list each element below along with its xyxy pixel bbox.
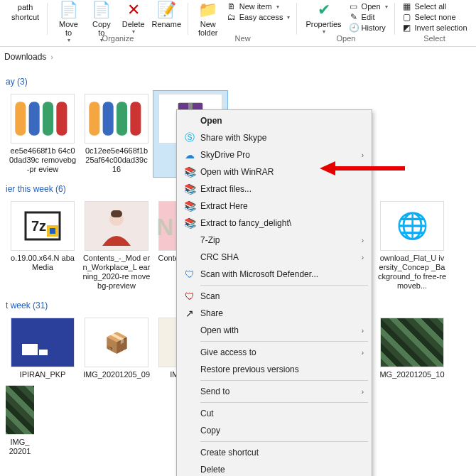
paste-shortcut-button[interactable]: path shortcut — [7, 0, 43, 23]
winrar-icon: 📚 — [183, 166, 196, 178]
open-button[interactable]: ▭Open▾ — [349, 1, 388, 11]
easy-access-label: Easy access — [239, 13, 283, 21]
new-folder-button[interactable]: 📁 New folder — [193, 0, 224, 38]
skydrive-icon: ☁ — [183, 149, 196, 161]
new-folder-icon: 📁 — [198, 1, 217, 18]
invert-icon: ◩ — [402, 23, 412, 33]
ribbon-group-label: New — [235, 34, 251, 43]
thumbnail-icon — [11, 318, 75, 367]
new-item-button[interactable]: 🗎New item▾ — [227, 1, 291, 11]
file-tile[interactable]: IPIRAN_PKP — [6, 315, 80, 382]
submenu-icon: › — [362, 327, 364, 335]
ctx-separator — [200, 402, 368, 403]
ctx-restore[interactable]: Restore previous versions — [179, 361, 369, 378]
rename-label: Rename — [151, 20, 181, 28]
rename-icon: 📝 — [157, 1, 176, 18]
winrar-icon: 📚 — [183, 183, 196, 195]
submenu-icon: › — [362, 237, 364, 244]
winrar-icon: 📚 — [183, 200, 196, 212]
ctx-label: Send to — [200, 386, 229, 396]
caret-icon: ▾ — [276, 4, 279, 10]
file-tile[interactable]: MG_20201205_10 — [375, 315, 449, 382]
ctx-create-shortcut[interactable]: Create shortcut — [179, 444, 369, 461]
file-tile[interactable]: Contents_-_Mod ern_Workplace_L earning_2… — [80, 198, 153, 293]
ctx-label: Extract files... — [200, 184, 251, 194]
ctx-open-with[interactable]: Open with› — [179, 322, 369, 339]
properties-button[interactable]: ✔ Properties ▾ — [301, 0, 345, 36]
history-button[interactable]: 🕘History — [349, 23, 388, 33]
ctx-7zip[interactable]: 7-Zip› — [179, 232, 369, 249]
delete-button[interactable]: ✕ Delete ▾ — [118, 0, 149, 36]
ctx-label: Open with — [200, 325, 239, 335]
select-none-icon: ▢ — [402, 12, 412, 22]
submenu-icon: › — [362, 388, 364, 396]
properties-icon: ✔ — [318, 1, 330, 18]
file-tile[interactable]: 0c12ee5e4668f1b 25af64c00dad39c 16 — [80, 91, 153, 177]
ctx-separator — [200, 285, 368, 286]
invert-selection-button[interactable]: ◩Invert selection — [402, 23, 467, 33]
copy-icon: 📄 — [92, 1, 111, 18]
share-icon: ↗ — [183, 308, 196, 319]
ribbon-group-clipboard: path shortcut — [3, 0, 48, 45]
ribbon-group-select: ▦Select all ▢Select none ◩Invert selecti… — [395, 0, 475, 45]
svg-rect-6 — [117, 102, 127, 135]
move-to-button[interactable]: 📄 Move to ▾ — [52, 0, 85, 45]
svg-rect-2 — [43, 102, 53, 135]
svg-rect-1 — [29, 102, 40, 135]
move-icon: 📄 — [59, 1, 78, 18]
edit-label: Edit — [362, 13, 375, 21]
annotation-arrow — [320, 158, 412, 179]
file-caption: Contents_-_Mod ern_Workplace_L earning_2… — [82, 254, 151, 291]
breadcrumb[interactable]: Downloads › — [0, 47, 476, 67]
ctx-share[interactable]: ↗Share — [179, 305, 369, 322]
thumbnail-icon — [11, 94, 75, 144]
svg-text:7z: 7z — [31, 218, 46, 234]
skype-icon: Ⓢ — [183, 131, 196, 144]
select-all-label: Select all — [415, 2, 447, 11]
ctx-extract-files[interactable]: 📚Extract files... — [179, 180, 369, 198]
select-none-button[interactable]: ▢Select none — [402, 12, 467, 22]
ctx-open[interactable]: Open — [179, 112, 369, 129]
ctx-give-access[interactable]: Give access to› — [179, 344, 369, 361]
ctx-label: Share with Skype — [200, 133, 266, 143]
path-label: path — [18, 3, 33, 11]
file-tile[interactable]: 🌐 ownload_Flat_U iversity_Concep _Backgr… — [375, 198, 449, 293]
ctx-cut[interactable]: Cut — [179, 405, 369, 422]
group-header-today[interactable]: ay (3) — [6, 77, 470, 87]
ctx-crc-sha[interactable]: CRC SHA› — [179, 249, 369, 266]
file-tile[interactable]: 📦 IMG_20201205_09 — [80, 315, 153, 382]
file-tile[interactable]: 7z o.19.00.x64.N abaMedia — [6, 198, 80, 293]
ctx-extract-to[interactable]: 📚Extract to fancy_delight\ — [179, 215, 369, 232]
svg-rect-19 — [111, 210, 122, 217]
file-tile[interactable]: ee5e4668f1b 64c00dad39c removebg-pr evie… — [6, 91, 80, 177]
svg-rect-3 — [56, 102, 67, 135]
ctx-label: Create shortcut — [200, 448, 259, 458]
ribbon-group-label: Select — [423, 34, 445, 43]
file-tile[interactable]: IMG_20201 — [6, 382, 34, 459]
open-label: Open — [362, 2, 381, 11]
edit-button[interactable]: ✎Edit — [349, 12, 388, 22]
ctx-separator — [200, 380, 368, 381]
thumbnail-icon: 📦 — [85, 318, 148, 367]
ctx-scan[interactable]: 🛡Scan — [179, 288, 369, 305]
ctx-extract-here[interactable]: 📚Extract Here — [179, 198, 369, 215]
ctx-send-to[interactable]: Send to› — [179, 383, 369, 400]
ctx-delete[interactable]: Delete — [179, 461, 369, 476]
select-all-button[interactable]: ▦Select all — [402, 1, 467, 11]
ribbon: path shortcut 📄 Move to ▾ 📄 Copy to ▾ ✕ … — [0, 0, 476, 47]
svg-rect-17 — [50, 228, 55, 234]
svg-marker-26 — [320, 161, 335, 175]
ctx-defender[interactable]: 🛡Scan with Microsoft Defender... — [179, 266, 369, 283]
ctx-label: Cut — [200, 409, 214, 418]
ctx-copy[interactable]: Copy — [179, 422, 369, 439]
shield-icon: 🛡 — [183, 269, 196, 280]
ctx-share-skype[interactable]: ⓈShare with Skype — [179, 129, 369, 146]
svg-rect-7 — [130, 102, 141, 135]
easy-access-button[interactable]: 🗂Easy access▾ — [227, 12, 291, 22]
svg-rect-5 — [103, 102, 114, 135]
thumbnail-icon: 🌐 — [380, 201, 444, 251]
file-caption: ownload_Flat_U iversity_Concep _Backgrou… — [378, 254, 446, 291]
shortcut-label: shortcut — [11, 13, 39, 21]
rename-button[interactable]: 📝 Rename — [149, 0, 184, 30]
ctx-separator — [200, 441, 368, 442]
